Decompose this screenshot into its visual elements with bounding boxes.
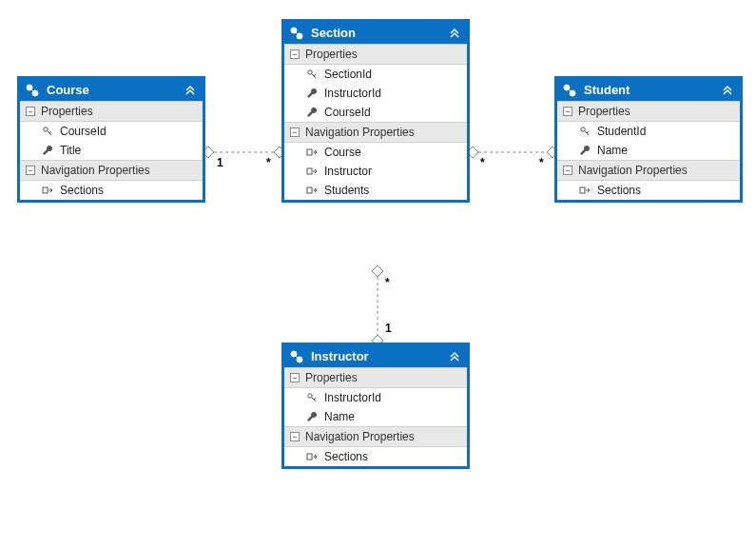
svg-rect-31 bbox=[580, 187, 585, 193]
navprop-label: Instructor bbox=[324, 165, 372, 178]
properties-group-header[interactable]: − Properties bbox=[557, 101, 740, 122]
navprops-group-header[interactable]: − Navigation Properties bbox=[284, 122, 467, 143]
property-label: CourseId bbox=[324, 106, 371, 119]
cardinality-section-right-side: * bbox=[480, 156, 485, 169]
navigation-property-icon bbox=[305, 166, 319, 177]
navprops-group-header[interactable]: − Navigation Properties bbox=[284, 426, 467, 447]
property-row[interactable]: Title bbox=[20, 141, 203, 160]
minus-icon[interactable]: − bbox=[290, 432, 300, 441]
class-icon bbox=[563, 84, 576, 97]
wrench-icon bbox=[305, 107, 319, 118]
svg-line-14 bbox=[49, 131, 51, 133]
navprop-label: Sections bbox=[597, 184, 641, 197]
entity-title: Student bbox=[584, 83, 721, 97]
cardinality-course-side: 1 bbox=[217, 156, 223, 169]
property-row[interactable]: SectionId bbox=[284, 65, 467, 84]
minus-icon[interactable]: − bbox=[563, 166, 572, 175]
property-row[interactable]: CourseId bbox=[284, 103, 467, 122]
group-label: Navigation Properties bbox=[305, 126, 415, 139]
navigation-property-icon bbox=[41, 185, 54, 196]
minus-icon[interactable]: − bbox=[26, 166, 35, 175]
minus-icon[interactable]: − bbox=[563, 107, 572, 116]
wrench-icon bbox=[41, 145, 54, 156]
navprop-row[interactable]: Students bbox=[284, 181, 467, 200]
entity-header[interactable]: Instructor bbox=[284, 345, 467, 367]
svg-rect-38 bbox=[307, 454, 312, 460]
navigation-property-icon bbox=[305, 147, 319, 158]
minus-icon[interactable]: − bbox=[290, 49, 300, 59]
group-label: Properties bbox=[578, 105, 630, 118]
navprop-row[interactable]: Course bbox=[284, 143, 467, 162]
properties-group-header[interactable]: − Properties bbox=[20, 101, 203, 122]
key-icon bbox=[41, 126, 54, 137]
navprops-group-header[interactable]: − Navigation Properties bbox=[20, 160, 203, 181]
relation-course-section bbox=[203, 147, 285, 158]
svg-rect-23 bbox=[307, 168, 312, 174]
chevron-double-up-icon[interactable] bbox=[721, 84, 734, 97]
property-row[interactable]: Name bbox=[284, 407, 467, 426]
key-icon bbox=[305, 68, 319, 80]
group-label: Navigation Properties bbox=[305, 430, 415, 443]
group-label: Properties bbox=[305, 371, 358, 384]
chevron-double-up-icon[interactable] bbox=[448, 27, 461, 40]
key-icon bbox=[305, 392, 319, 403]
property-label: Title bbox=[60, 144, 81, 157]
chevron-double-up-icon[interactable] bbox=[448, 350, 461, 363]
property-row[interactable]: Name bbox=[557, 141, 740, 160]
properties-group-header[interactable]: − Properties bbox=[284, 367, 467, 388]
navprop-row[interactable]: Sections bbox=[20, 181, 203, 200]
cardinality-section-bottom-side: * bbox=[385, 276, 390, 289]
wrench-icon bbox=[305, 88, 319, 99]
entity-section[interactable]: Section − Properties SectionId Instructo… bbox=[281, 19, 470, 203]
entity-header[interactable]: Course bbox=[20, 79, 203, 101]
group-label: Properties bbox=[305, 48, 358, 61]
group-label: Navigation Properties bbox=[578, 164, 688, 177]
svg-line-27 bbox=[569, 89, 571, 91]
entity-header[interactable]: Student bbox=[557, 79, 740, 101]
svg-line-11 bbox=[31, 89, 33, 91]
entity-instructor[interactable]: Instructor − Properties InstructorId Nam… bbox=[281, 342, 470, 469]
property-label: InstructorId bbox=[324, 87, 381, 100]
relation-section-instructor bbox=[372, 265, 383, 346]
property-label: InstructorId bbox=[324, 391, 381, 404]
cardinality-section-left-side: * bbox=[266, 156, 271, 169]
navprop-row[interactable]: Sections bbox=[557, 181, 740, 200]
svg-rect-15 bbox=[43, 187, 48, 193]
property-label: CourseId bbox=[60, 125, 107, 138]
entity-student[interactable]: Student − Properties StudentId Name − Na… bbox=[554, 76, 743, 203]
properties-group-header[interactable]: − Properties bbox=[284, 44, 467, 65]
navprop-label: Course bbox=[324, 146, 361, 159]
svg-line-30 bbox=[587, 131, 589, 133]
svg-line-34 bbox=[296, 356, 298, 358]
minus-icon[interactable]: − bbox=[26, 107, 35, 116]
property-row[interactable]: InstructorId bbox=[284, 84, 467, 103]
entity-title: Section bbox=[311, 26, 448, 40]
entity-title: Course bbox=[47, 83, 184, 97]
key-icon bbox=[578, 126, 591, 137]
property-row[interactable]: CourseId bbox=[20, 122, 203, 141]
svg-rect-22 bbox=[307, 149, 312, 155]
diagram-canvas[interactable]: 1 * * * * 1 Course − Properties CourseId… bbox=[0, 0, 756, 548]
svg-rect-24 bbox=[307, 187, 312, 193]
navigation-property-icon bbox=[305, 185, 319, 196]
chevron-double-up-icon[interactable] bbox=[184, 84, 197, 97]
cardinality-instructor-side: 1 bbox=[385, 322, 392, 335]
svg-line-37 bbox=[314, 398, 316, 400]
navprops-group-header[interactable]: − Navigation Properties bbox=[557, 160, 740, 181]
svg-marker-7 bbox=[372, 265, 383, 277]
group-label: Properties bbox=[41, 105, 93, 118]
navprop-label: Sections bbox=[60, 184, 104, 197]
property-row[interactable]: StudentId bbox=[557, 122, 740, 141]
svg-line-18 bbox=[296, 32, 298, 34]
navprop-row[interactable]: Instructor bbox=[284, 162, 467, 181]
property-row[interactable]: InstructorId bbox=[284, 388, 467, 407]
wrench-icon bbox=[305, 411, 319, 422]
navprop-row[interactable]: Sections bbox=[284, 447, 467, 466]
minus-icon[interactable]: − bbox=[290, 127, 300, 137]
minus-icon[interactable]: − bbox=[290, 373, 300, 382]
property-label: SectionId bbox=[324, 68, 372, 81]
entity-header[interactable]: Section bbox=[284, 22, 467, 44]
entity-course[interactable]: Course − Properties CourseId Title − Nav… bbox=[17, 76, 205, 203]
navprop-label: Sections bbox=[324, 450, 368, 463]
class-icon bbox=[290, 350, 303, 363]
